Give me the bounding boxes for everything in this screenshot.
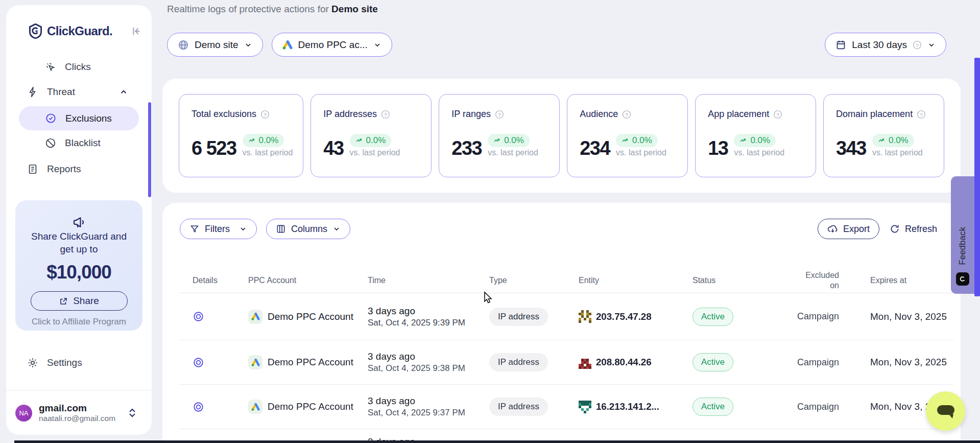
- svg-text:?: ?: [776, 111, 779, 117]
- col-header-status: Status: [692, 276, 785, 285]
- filters-label: Filters: [205, 224, 230, 235]
- col-header-details: Details: [193, 276, 248, 285]
- subtitle-site-name: Demo site: [331, 4, 378, 14]
- date-filter-value: Last 30 days: [852, 39, 907, 51]
- chevron-down-icon: [239, 225, 247, 233]
- delta-badge: 0.0%: [734, 134, 776, 147]
- help-icon: ?: [913, 40, 922, 50]
- cursor-click-icon: [45, 61, 56, 73]
- export-label: Export: [843, 224, 870, 235]
- user-account[interactable]: NA gmail.com naatali.ro@gmail.com: [15, 403, 142, 423]
- type-chip: IP address: [489, 398, 548, 416]
- account-filter-value: Demo PPC ac...: [298, 39, 368, 51]
- stat-caption: vs. last period: [872, 148, 923, 157]
- page-scrollbar[interactable]: [974, 58, 980, 296]
- entity-identicon: [579, 401, 591, 413]
- date-range-dropdown[interactable]: Last 30 days ?: [825, 33, 946, 57]
- promo-text-line2: get up to: [15, 243, 142, 255]
- col-header-type: Type: [489, 276, 579, 285]
- user-name: gmail.com: [39, 403, 115, 414]
- stat-card-domain-placement: Domain placement? 343 0.0% vs. last peri…: [823, 94, 944, 177]
- chevron-down-icon: [373, 41, 381, 49]
- google-ads-icon: [282, 40, 293, 50]
- col-header-time: Time: [368, 276, 489, 285]
- chevron-up-icon: [119, 87, 128, 97]
- share-button[interactable]: Share: [31, 291, 128, 311]
- time-relative: 3 days ago: [368, 395, 489, 407]
- stat-value: 6 523: [192, 139, 236, 157]
- sidebar-header: ClickGuard.: [6, 5, 152, 39]
- table-row: Demo PPC Account 3 days agoSat, Oct 4, 2…: [193, 293, 945, 340]
- help-icon: ?: [381, 110, 390, 119]
- col-header-ppc-account: PPC Account: [248, 276, 368, 285]
- entity-identicon: [579, 356, 591, 369]
- svg-text:?: ?: [264, 111, 267, 117]
- feedback-tab[interactable]: Feedback: [951, 176, 974, 294]
- svg-text:?: ?: [916, 42, 919, 48]
- refresh-button[interactable]: Refresh: [887, 219, 940, 239]
- time-relative: 3 days ago: [368, 351, 489, 363]
- trend-up-icon: [493, 136, 501, 145]
- badge-check-icon: [45, 112, 57, 124]
- cloud-download-icon: [827, 224, 838, 235]
- entity-value: 208.80.44.26: [596, 357, 652, 368]
- stat-card-app-placement: App placement? 13 0.0% vs. last period: [695, 94, 816, 177]
- account-filter-dropdown[interactable]: Demo PPC ac...: [272, 33, 392, 57]
- view-details-icon[interactable]: [193, 311, 248, 322]
- site-filter-dropdown[interactable]: Demo site: [167, 33, 263, 57]
- time-relative: 3 days ago: [368, 305, 489, 317]
- chat-launcher-button[interactable]: [926, 391, 965, 431]
- affiliate-promo-card[interactable]: Share ClickGuard and get up to $10,000 S…: [15, 200, 142, 331]
- refresh-icon: [890, 224, 900, 234]
- sidebar: ClickGuard. Clicks Threat Exclusions Bla…: [6, 5, 152, 435]
- time-absolute: Sat, Oct 4, 2025 9:39 PM: [368, 317, 489, 329]
- columns-icon: [276, 224, 286, 234]
- exclusions-table-panel: Filters Columns Export Refresh Details P…: [162, 203, 961, 443]
- sidebar-item-threat[interactable]: Threat: [6, 82, 152, 102]
- stat-value: 233: [451, 139, 482, 157]
- sidebar-item-reports[interactable]: Reports: [6, 159, 152, 179]
- table-row: Demo PPC Account 3 days agoSat, Oct 4, 2…: [193, 340, 945, 384]
- nav-label: Reports: [47, 164, 81, 175]
- site-filter-value: Demo site: [195, 39, 238, 51]
- feedback-label: Feedback: [958, 227, 968, 265]
- sidebar-item-clicks[interactable]: Clicks: [6, 57, 152, 77]
- avatar: NA: [15, 405, 32, 422]
- stat-title: Total exclusions: [192, 109, 256, 120]
- svg-text:?: ?: [384, 111, 387, 117]
- filters-button[interactable]: Filters: [180, 219, 257, 239]
- sidebar-item-blacklist[interactable]: Blacklist: [6, 133, 152, 153]
- sidebar-scrollbar[interactable]: [148, 102, 151, 197]
- excluded-on-value: Campaign: [785, 311, 839, 322]
- trend-up-icon: [355, 136, 364, 145]
- ban-icon: [45, 137, 56, 149]
- stat-card-audience: Audience? 234 0.0% vs. last period: [567, 94, 688, 177]
- stat-card-ip-ranges: IP ranges? 233 0.0% vs. last period: [439, 94, 560, 177]
- chevron-down-icon: [927, 41, 936, 49]
- collapse-sidebar-icon[interactable]: [130, 26, 141, 37]
- lightning-icon: [27, 86, 38, 98]
- columns-label: Columns: [291, 224, 327, 235]
- document-icon: [27, 164, 38, 175]
- help-icon: ?: [622, 110, 631, 119]
- columns-button[interactable]: Columns: [266, 219, 350, 239]
- external-link-icon: [59, 296, 68, 306]
- stat-value: 13: [708, 139, 728, 157]
- stat-value: 343: [836, 139, 866, 157]
- mouse-cursor: [482, 291, 494, 305]
- calendar-icon: [835, 39, 846, 50]
- user-email: naatali.ro@gmail.com: [39, 414, 115, 423]
- delta-badge: 0.0%: [350, 134, 392, 147]
- stat-caption: vs. last period: [734, 148, 784, 157]
- svg-text:?: ?: [498, 111, 501, 117]
- view-details-icon[interactable]: [193, 401, 248, 413]
- nav-label: Exclusions: [65, 113, 112, 124]
- sidebar-item-settings[interactable]: Settings: [6, 353, 152, 373]
- sidebar-item-exclusions[interactable]: Exclusions: [19, 106, 139, 130]
- view-details-icon[interactable]: [193, 357, 248, 368]
- export-button[interactable]: Export: [818, 219, 879, 239]
- account-name: Demo PPC Account: [268, 401, 353, 412]
- chat-icon: [936, 403, 956, 420]
- delta-badge: 0.0%: [243, 134, 284, 147]
- col-header-entity: Entity: [579, 276, 692, 285]
